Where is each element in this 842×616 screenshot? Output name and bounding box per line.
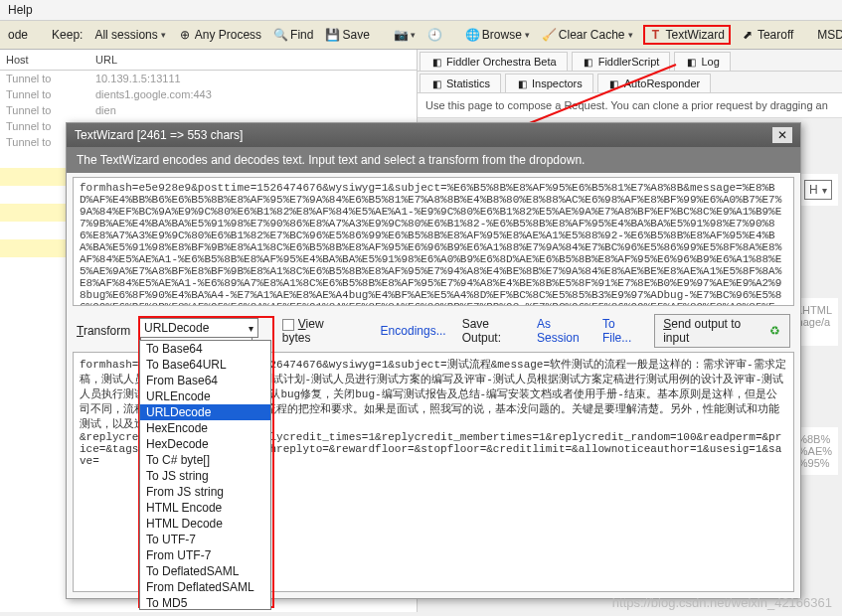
composer-hint: Use this page to compose a Request. You … (418, 93, 842, 118)
tearoff-icon: ⬈ (741, 28, 755, 42)
table-row[interactable]: Tunnel todients1.google.com:443 (0, 86, 417, 102)
globe-icon: 🌐 (465, 28, 479, 42)
binocular-icon: 🔍 (273, 28, 287, 42)
as-session-link[interactable]: As Session (537, 317, 592, 345)
keep-selector[interactable]: All sessions ▾ (92, 27, 167, 43)
tab-fiddlerscript[interactable]: ◧FiddlerScript (572, 52, 671, 71)
dialog-titlebar[interactable]: TextWizard [2461 => 553 chars] ✕ (67, 123, 800, 147)
clear-cache-button[interactable]: 🧹Clear Cache▾ (540, 27, 635, 43)
option-from-deflatedsaml[interactable]: From DeflatedSAML (140, 579, 270, 595)
fo-icon: ◧ (430, 56, 442, 68)
mini-combo[interactable]: H▾ (804, 180, 832, 200)
option-urldecode[interactable]: URLDecode (140, 404, 270, 420)
toolbar: ode Keep: All sessions ▾ ⊕Any Process 🔍F… (0, 21, 842, 50)
option-hexencode[interactable]: HexEncode (140, 420, 270, 436)
broom-icon: 🧹 (542, 28, 556, 42)
table-row[interactable]: Tunnel todien (0, 102, 417, 118)
option-to-base64url[interactable]: To Base64URL (140, 357, 270, 373)
stats-icon: ◧ (430, 77, 442, 89)
option-from-base64[interactable]: From Base64 (140, 373, 270, 388)
tab-log[interactable]: ◧Log (674, 52, 730, 71)
option-from-js-string[interactable]: From JS string (140, 484, 270, 500)
textwizard-icon: T (649, 28, 663, 42)
clock-icon-btn[interactable]: 🕘 (425, 27, 443, 43)
save-button[interactable]: 💾Save (323, 27, 371, 43)
tabs-row-top: ◧Fiddler Orchestra Beta◧FiddlerScript◧Lo… (418, 50, 842, 72)
save-output-label: Save Output: (462, 317, 527, 345)
recycle-icon: ♻ (768, 324, 781, 338)
tab-autoresponder[interactable]: ◧AutoResponder (597, 74, 711, 92)
cell-url: dients1.google.com:443 (95, 88, 212, 100)
keep-label: Keep: (50, 27, 84, 43)
option-from-utf-7[interactable]: From UTF-7 (140, 547, 270, 563)
save-icon: 💾 (325, 28, 339, 42)
option-html-encode[interactable]: HTML Encode (140, 500, 270, 516)
transform-label: Transform (77, 324, 130, 338)
log-icon: ◧ (685, 56, 697, 68)
transform-combo-face[interactable]: URLDecode ▾ (139, 318, 258, 338)
cam-icon[interactable]: 📷▾ (392, 27, 418, 43)
transform-options-list[interactable]: To Base64To Base64URLFrom Base64URLEncod… (139, 340, 271, 610)
tab-inspectors[interactable]: ◧Inspectors (505, 74, 593, 92)
cell-url: dien (95, 104, 116, 116)
input-textarea[interactable]: formhash=e5e928e9&posttime=1526474676&wy… (73, 177, 794, 306)
option-to-js-string[interactable]: To JS string (140, 468, 270, 484)
target-icon: ⊕ (178, 28, 192, 42)
close-icon[interactable]: ✕ (772, 127, 792, 143)
tabs-row-bottom: ◧Statistics◧Inspectors◧AutoResponder (418, 72, 842, 93)
cell-url: 10.139.1.5:13111 (95, 73, 181, 84)
browse-button[interactable]: 🌐Browse▾ (463, 27, 532, 43)
send-output-button[interactable]: Send output to input ♻ (654, 314, 790, 348)
chevron-down-icon: ▾ (161, 30, 166, 40)
dialog-description: The TextWizard encodes and decodes text.… (67, 147, 800, 173)
msdn-search[interactable]: MSDN Searc (815, 27, 842, 43)
table-row[interactable]: Tunnel to10.139.1.5:13111 (0, 71, 417, 86)
view-bytes-check[interactable]: View bytes (282, 317, 351, 345)
tearoff-button[interactable]: ⬈Tearoff (739, 27, 795, 43)
camera-icon: 📷 (394, 28, 408, 42)
script-icon: ◧ (583, 56, 594, 68)
option-to-md5[interactable]: To MD5 (140, 595, 270, 610)
find-button[interactable]: 🔍Find (271, 27, 315, 43)
textwizard-button[interactable]: TTextWizard (643, 25, 731, 45)
option-html-decode[interactable]: HTML Decode (140, 516, 270, 532)
watermark: https://blog.csdn.net/weixin_42166361 (612, 595, 832, 610)
option-hexdecode[interactable]: HexDecode (140, 436, 270, 452)
col-url[interactable]: URL (95, 54, 117, 66)
to-file-link[interactable]: To File... (602, 317, 644, 345)
clock-icon: 🕘 (427, 28, 441, 42)
menu-help[interactable]: Help (8, 3, 33, 17)
toolbar-decode-fragment[interactable]: ode (6, 27, 30, 43)
cell-host: Tunnel to (6, 104, 95, 116)
sessions-header: Host URL (0, 50, 417, 71)
col-host[interactable]: Host (6, 54, 95, 66)
option-to-c-byte-[interactable]: To C# byte[] (140, 452, 270, 468)
option-to-deflatedsaml[interactable]: To DeflatedSAML (140, 563, 270, 579)
cell-host: Tunnel to (6, 88, 95, 100)
option-urlencode[interactable]: URLEncode (140, 388, 270, 404)
option-to-base64[interactable]: To Base64 (140, 341, 270, 357)
option-to-utf-7[interactable]: To UTF-7 (140, 532, 270, 547)
responder-icon: ◧ (608, 77, 620, 89)
tab-statistics[interactable]: ◧Statistics (420, 74, 501, 92)
transform-combo-open: URLDecode ▾ To Base64To Base64URLFrom Ba… (139, 318, 273, 338)
dialog-title: TextWizard [2461 => 553 chars] (75, 128, 243, 142)
chevron-down-icon: ▾ (249, 323, 253, 334)
cell-host: Tunnel to (6, 73, 95, 84)
any-process-button[interactable]: ⊕Any Process (176, 27, 263, 43)
encodings-link[interactable]: Encodings... (381, 324, 446, 338)
tab-fiddler-orchestra-beta[interactable]: ◧Fiddler Orchestra Beta (420, 52, 568, 71)
inspect-icon: ◧ (516, 77, 528, 89)
